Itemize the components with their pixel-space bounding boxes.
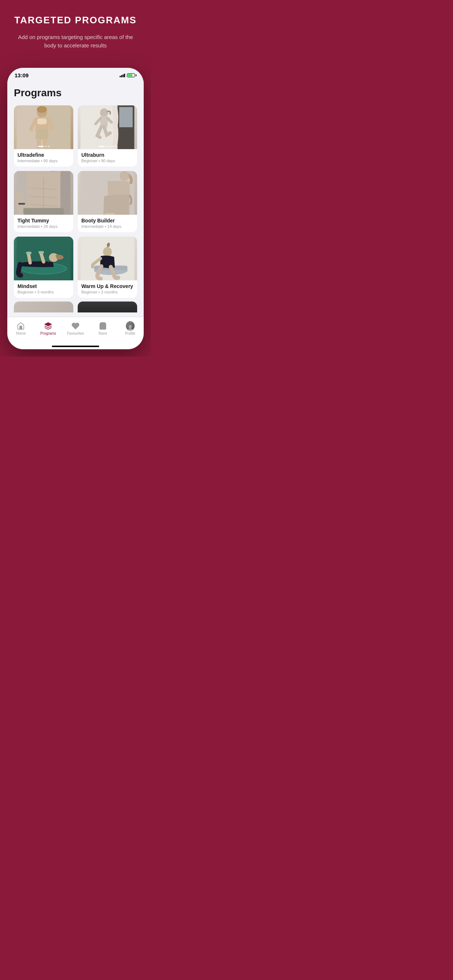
program-info-tight-tummy: Tight Tummy Intermediate • 28 days bbox=[14, 215, 73, 232]
svg-point-36 bbox=[128, 328, 133, 331]
svg-point-20 bbox=[120, 171, 129, 181]
app-page-title: Programs bbox=[14, 87, 137, 99]
app-content: Programs bbox=[7, 81, 144, 317]
program-meta-mindset: Beginner • 3 months bbox=[18, 290, 70, 294]
svg-rect-18 bbox=[23, 208, 64, 215]
page-subtitle: Add on programs targeting specific areas… bbox=[17, 33, 134, 49]
svg-point-35 bbox=[129, 325, 132, 328]
tab-programs-label: Programs bbox=[40, 331, 56, 336]
program-image-ultradefine bbox=[14, 105, 73, 149]
store-icon bbox=[99, 321, 107, 330]
program-meta-booty-builder: Intermediate • 14 days bbox=[81, 224, 134, 229]
svg-rect-5 bbox=[43, 138, 47, 148]
svg-rect-4 bbox=[37, 138, 41, 148]
tab-home[interactable]: Home bbox=[7, 320, 35, 337]
program-image-ultraburn bbox=[78, 105, 137, 149]
tab-store-label: Store bbox=[99, 331, 107, 336]
svg-rect-8 bbox=[119, 107, 133, 127]
svg-rect-13 bbox=[18, 203, 25, 205]
profile-icon bbox=[126, 321, 135, 330]
tab-store[interactable]: Store bbox=[89, 320, 116, 337]
tab-programs[interactable]: Programs bbox=[35, 320, 62, 337]
favourites-icon bbox=[71, 321, 80, 330]
svg-point-32 bbox=[103, 247, 112, 257]
battery-icon bbox=[127, 73, 136, 77]
program-card-mindset[interactable]: Mindset Beginner • 3 months bbox=[14, 237, 73, 298]
tab-favourites-label: Favourites bbox=[67, 331, 84, 336]
program-card-warm-up[interactable]: Warm Up & Recovery Beginner • 3 months bbox=[78, 237, 137, 298]
program-info-warm-up: Warm Up & Recovery Beginner • 3 months bbox=[78, 280, 137, 298]
programs-scroll[interactable]: Ultradefine Intermediate • 90 days bbox=[14, 105, 137, 317]
program-meta-tight-tummy: Intermediate • 28 days bbox=[18, 224, 70, 229]
home-icon bbox=[16, 321, 25, 330]
svg-marker-33 bbox=[45, 323, 51, 326]
program-card-tight-tummy[interactable]: Tight Tummy Intermediate • 28 days bbox=[14, 171, 73, 232]
svg-point-3 bbox=[37, 106, 47, 113]
program-image-mindset bbox=[14, 237, 73, 280]
programs-icon bbox=[44, 321, 53, 330]
program-info-ultradefine: Ultradefine Intermediate • 90 days bbox=[14, 149, 73, 167]
program-name-ultradefine: Ultradefine bbox=[18, 152, 70, 158]
program-name-tight-tummy: Tight Tummy bbox=[18, 218, 70, 223]
svg-rect-27 bbox=[39, 251, 44, 253]
program-image-warm-up bbox=[78, 237, 137, 280]
svg-rect-21 bbox=[105, 213, 115, 215]
program-card-ultraburn[interactable]: Ultraburn Beginner • 90 days bbox=[78, 105, 137, 167]
svg-point-9 bbox=[100, 108, 108, 117]
programs-grid: Ultradefine Intermediate • 90 days bbox=[14, 105, 137, 302]
tab-profile[interactable]: Profile bbox=[116, 320, 144, 337]
phone-frame: 13:09 Programs bbox=[7, 68, 144, 349]
program-meta-warm-up: Beginner • 3 months bbox=[81, 290, 134, 294]
status-icons bbox=[120, 73, 136, 77]
program-meta-ultradefine: Intermediate • 90 days bbox=[18, 159, 70, 163]
tab-favourites[interactable]: Favourites bbox=[62, 320, 89, 337]
program-card-booty-builder[interactable]: Booty Builder Intermediate • 14 days bbox=[78, 171, 137, 232]
home-indicator bbox=[52, 345, 99, 347]
status-bar: 13:09 bbox=[7, 68, 144, 81]
tab-profile-label: Profile bbox=[125, 331, 135, 336]
program-info-mindset: Mindset Beginner • 3 months bbox=[14, 280, 73, 298]
tab-home-label: Home bbox=[16, 331, 26, 336]
program-image-booty-builder bbox=[78, 171, 137, 215]
tab-bar: Home Programs Favourites bbox=[7, 317, 144, 344]
signal-icon bbox=[120, 74, 125, 77]
page-title: TARGETED PROGRAMS bbox=[14, 14, 136, 26]
program-card-ultradefine[interactable]: Ultradefine Intermediate • 90 days bbox=[14, 105, 73, 167]
program-info-booty-builder: Booty Builder Intermediate • 14 days bbox=[78, 215, 137, 232]
program-name-booty-builder: Booty Builder bbox=[81, 218, 134, 223]
program-name-mindset: Mindset bbox=[18, 283, 70, 289]
program-info-ultraburn: Ultraburn Beginner • 90 days bbox=[78, 149, 137, 167]
program-meta-ultraburn: Beginner • 90 days bbox=[81, 159, 134, 163]
program-name-warm-up: Warm Up & Recovery bbox=[81, 283, 134, 289]
program-image-tight-tummy bbox=[14, 171, 73, 215]
svg-rect-26 bbox=[26, 252, 32, 254]
status-time: 13:09 bbox=[14, 72, 29, 78]
page-header: TARGETED PROGRAMS Add on programs target… bbox=[14, 14, 136, 49]
program-name-ultraburn: Ultraburn bbox=[81, 152, 134, 158]
